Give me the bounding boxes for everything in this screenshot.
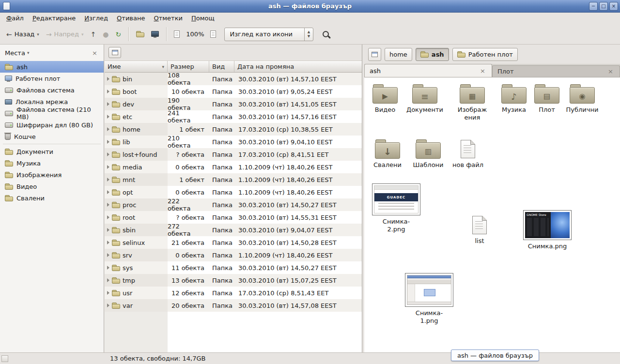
expander-icon[interactable] bbox=[107, 253, 109, 257]
table-row-root[interactable]: root ? обекта Папка 30.03.2010 (вт) 14,5… bbox=[105, 211, 362, 224]
menu-go[interactable]: Отиване bbox=[112, 13, 149, 24]
table-row-sys[interactable]: sys 11 обекта Папка 30.03.2010 (вт) 14,5… bbox=[105, 261, 362, 274]
expander-icon[interactable] bbox=[107, 115, 109, 119]
sidebar-item-documents[interactable]: Документи bbox=[0, 146, 104, 157]
iconview-item-templates[interactable]: Шаблони bbox=[408, 139, 449, 169]
pane-indicator-button[interactable] bbox=[108, 47, 121, 58]
expander-icon[interactable] bbox=[107, 278, 109, 282]
expander-icon[interactable] bbox=[107, 203, 109, 207]
pane-indicator-button[interactable] bbox=[368, 48, 381, 61]
forward-button[interactable]: → Напред ▾ bbox=[43, 28, 87, 41]
table-row-home[interactable]: home 1 обект Папка 17.03.2010 (ср) 10,38… bbox=[105, 123, 362, 136]
expander-icon[interactable] bbox=[107, 303, 109, 307]
expander-icon[interactable] bbox=[107, 152, 109, 156]
expander-icon[interactable] bbox=[107, 178, 109, 182]
column-header-type[interactable]: Вид bbox=[209, 61, 234, 72]
table-row-boot[interactable]: boot 10 обекта Папка 30.03.2010 (вт) 9,0… bbox=[105, 85, 362, 98]
up-button[interactable]: ↑ bbox=[87, 28, 100, 41]
icon-view[interactable]: Видео Документи Изображения Музика Плот … bbox=[364, 77, 620, 352]
path-button-home[interactable]: home bbox=[385, 48, 412, 61]
table-row-etc[interactable]: etc 241 обекта Папка 30.03.2010 (вт) 14,… bbox=[105, 110, 362, 123]
table-row-dev[interactable]: dev 190 обекта Папка 30.03.2010 (вт) 14,… bbox=[105, 98, 362, 110]
sidebar-item-encrypted[interactable]: Шифриран дял (80 GB) bbox=[0, 119, 104, 131]
expander-icon[interactable] bbox=[107, 127, 109, 131]
column-header-date[interactable]: Дата на промяна bbox=[234, 61, 362, 72]
iconview-item-video[interactable]: Видео bbox=[365, 84, 405, 114]
expander-icon[interactable] bbox=[107, 165, 109, 169]
iconview-item-snimka2[interactable]: GUADEC Снимка-2.png bbox=[371, 183, 421, 233]
expander-icon[interactable] bbox=[107, 291, 109, 295]
statusbar-grip[interactable] bbox=[1, 355, 8, 362]
minimize-button[interactable]: ─ bbox=[589, 2, 598, 11]
expander-icon[interactable] bbox=[107, 241, 109, 244]
expander-icon[interactable] bbox=[107, 102, 109, 106]
expander-icon[interactable] bbox=[107, 228, 109, 232]
sidebar-item-filesystem-210[interactable]: Файлова система (210 MB) bbox=[0, 107, 104, 119]
expander-icon[interactable] bbox=[107, 77, 109, 81]
home-button[interactable] bbox=[133, 28, 148, 40]
expander-icon[interactable] bbox=[107, 190, 109, 194]
tab-close-icon[interactable]: × bbox=[606, 68, 615, 75]
back-button[interactable]: ← Назад ▾ bbox=[3, 28, 43, 41]
table-row-var[interactable]: var 20 обекта Папка 30.03.2010 (вт) 14,5… bbox=[105, 299, 362, 312]
menu-bookmarks[interactable]: Отметки bbox=[150, 13, 187, 24]
iconview-item-documents[interactable]: Документи bbox=[404, 84, 445, 114]
sidebar-item-trash[interactable]: Кошче bbox=[0, 131, 104, 142]
back-dropdown-icon[interactable]: ▾ bbox=[37, 32, 39, 37]
table-row-opt[interactable]: opt 0 обекта Папка 1.10.2009 (чт) 18,40,… bbox=[105, 186, 362, 198]
table-row-usr[interactable]: usr 12 обекта Папка 17.03.2010 (ср) 8,51… bbox=[105, 287, 362, 299]
sidebar-title[interactable]: Места bbox=[5, 49, 25, 57]
iconview-item-pictures[interactable]: Изображения bbox=[452, 84, 493, 121]
path-button-ash[interactable]: ash bbox=[416, 48, 449, 61]
expander-icon[interactable] bbox=[107, 90, 109, 93]
table-row-bin[interactable]: bin 108 обекта Папка 30.03.2010 (вт) 14,… bbox=[105, 73, 362, 85]
menu-view[interactable]: Изглед bbox=[80, 13, 112, 24]
iconview-item-list[interactable]: list bbox=[459, 215, 500, 245]
computer-button[interactable] bbox=[148, 28, 162, 41]
table-row-tmp[interactable]: tmp 13 обекта Папка 30.03.2010 (вт) 15,0… bbox=[105, 274, 362, 287]
iconview-item-desktop[interactable]: Плот bbox=[527, 84, 567, 114]
table-row-media[interactable]: media 0 обекта Папка 1.10.2009 (чт) 18,4… bbox=[105, 161, 362, 173]
view-mode-select[interactable]: Изглед като икони ▲▼ bbox=[224, 28, 313, 41]
close-button[interactable]: × bbox=[609, 2, 618, 11]
tab-ash[interactable]: ash × bbox=[364, 64, 492, 77]
table-row-selinux[interactable]: selinux 21 обекта Папка 30.03.2010 (вт) … bbox=[105, 236, 362, 249]
table-row-srv[interactable]: srv 0 обекта Папка 1.10.2009 (чт) 18,40,… bbox=[105, 249, 362, 261]
zoom-out-button[interactable] bbox=[170, 28, 183, 41]
sidebar-item-pictures[interactable]: Изображения bbox=[0, 169, 104, 181]
expander-icon[interactable] bbox=[107, 140, 109, 144]
menu-help[interactable]: Помощ bbox=[187, 13, 219, 24]
table-row-mnt[interactable]: mnt 1 обект Папка 1.10.2009 (чт) 18,40,2… bbox=[105, 173, 362, 186]
expander-icon[interactable] bbox=[107, 215, 109, 219]
iconview-item-snimka1[interactable]: Снимка-1.png bbox=[404, 273, 454, 324]
table-row-sbin[interactable]: sbin 272 обекта Папка 30.03.2010 (вт) 9,… bbox=[105, 224, 362, 236]
iconview-item-snimka[interactable]: GNOME Store Снимка.png bbox=[522, 210, 573, 250]
reload-button[interactable]: ↻ bbox=[112, 28, 125, 41]
menu-edit[interactable]: Редактиране bbox=[28, 13, 80, 24]
iconview-item-downloads[interactable]: Свалени bbox=[367, 139, 408, 169]
sidebar-item-music[interactable]: Музика bbox=[0, 157, 104, 169]
table-row-lib[interactable]: lib 210 обекта Папка 30.03.2010 (вт) 9,0… bbox=[105, 136, 362, 148]
expander-icon[interactable] bbox=[107, 266, 109, 270]
column-header-name[interactable]: Име ▾ bbox=[105, 61, 168, 72]
iconview-item-new-file[interactable]: нов файл bbox=[448, 139, 488, 169]
spinner-arrows-icon[interactable]: ▲▼ bbox=[304, 28, 313, 41]
stop-button[interactable]: ● bbox=[99, 28, 112, 41]
path-button-desktop[interactable]: Работен плот bbox=[452, 48, 518, 61]
sidebar-item-filesystem[interactable]: Файлова система bbox=[0, 84, 104, 96]
table-row-proc[interactable]: proc 222 обекта Папка 30.03.2010 (вт) 14… bbox=[105, 198, 362, 211]
table-row-lost-found[interactable]: lost+found ? обекта Папка 17.03.2010 (ср… bbox=[105, 148, 362, 161]
chevron-down-icon[interactable]: ▾ bbox=[27, 50, 30, 55]
sidebar-item-videos[interactable]: Видео bbox=[0, 181, 104, 192]
sidebar-close-icon[interactable]: × bbox=[91, 49, 99, 57]
sidebar-item-desktop[interactable]: Работен плот bbox=[0, 73, 104, 84]
sidebar-item-downloads[interactable]: Свалени bbox=[0, 192, 104, 204]
zoom-in-button[interactable] bbox=[207, 28, 219, 41]
column-header-size[interactable]: Размер bbox=[168, 61, 209, 72]
search-button[interactable] bbox=[319, 28, 332, 40]
maximize-button[interactable]: □ bbox=[599, 2, 608, 11]
tab-plot[interactable]: Плот × bbox=[492, 65, 620, 77]
tab-close-icon[interactable]: × bbox=[479, 67, 487, 75]
menu-file[interactable]: Файл bbox=[2, 13, 28, 24]
sidebar-item-ash[interactable]: ash bbox=[0, 61, 104, 73]
